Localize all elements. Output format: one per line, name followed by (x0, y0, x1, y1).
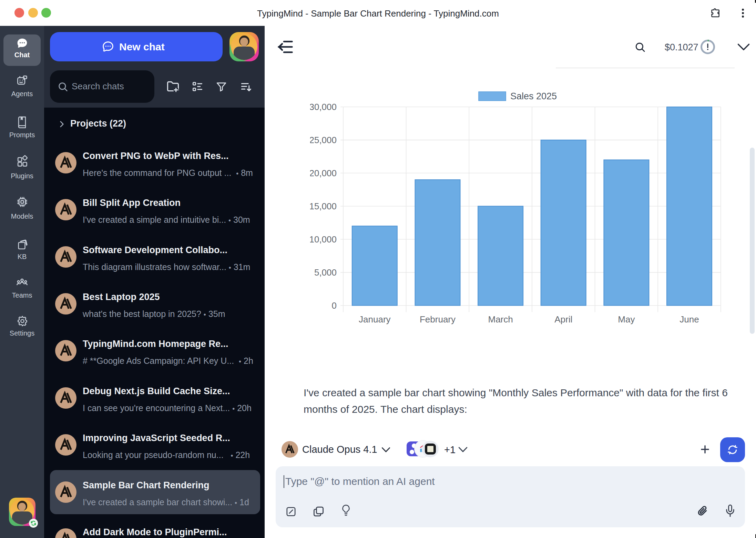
svg-text:Sales 2025: Sales 2025 (510, 91, 557, 101)
svg-text:June: June (680, 314, 699, 325)
svg-text:25,000: 25,000 (310, 135, 337, 145)
svg-text:30,000: 30,000 (310, 102, 337, 112)
svg-text:15,000: 15,000 (310, 201, 337, 211)
svg-text:10,000: 10,000 (310, 234, 337, 245)
svg-text:February: February (420, 314, 456, 325)
svg-text:5,000: 5,000 (314, 267, 337, 278)
svg-text:January: January (359, 314, 391, 325)
svg-text:May: May (618, 314, 635, 325)
svg-text:20,000: 20,000 (310, 168, 337, 178)
svg-text:March: March (488, 314, 513, 325)
svg-text:April: April (554, 314, 572, 325)
svg-text:0: 0 (332, 300, 337, 311)
